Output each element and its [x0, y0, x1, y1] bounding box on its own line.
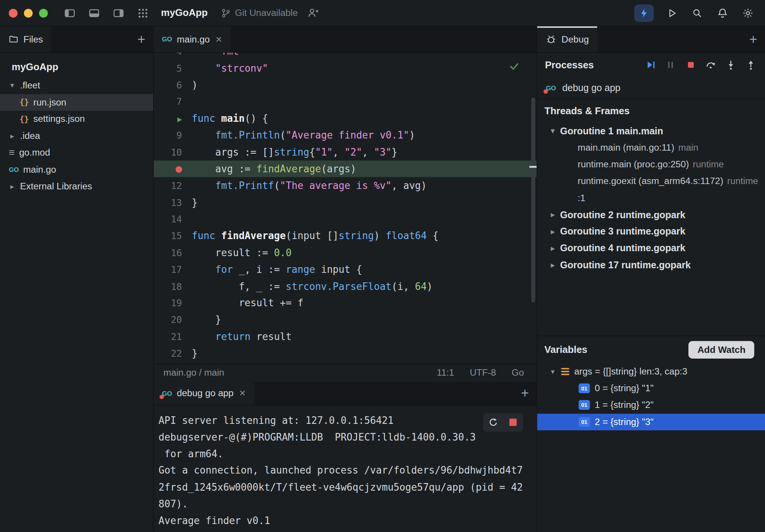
variable-item[interactable]: ▾args = {[]string} len:3, cap:3: [537, 363, 765, 380]
workspaces-button[interactable]: [135, 6, 150, 20]
file-tree-item-go-mod[interactable]: ≡go.mod: [0, 145, 153, 161]
code-line-22[interactable]: 22}: [154, 345, 537, 362]
process-item[interactable]: GO debug go app: [537, 77, 765, 99]
code-line-11[interactable]: ● avg := findAverage(args): [154, 161, 537, 177]
stack-frame-item[interactable]: :1: [537, 190, 765, 206]
gutter[interactable]: 22: [154, 348, 192, 359]
gutter[interactable]: 6: [154, 80, 192, 90]
stop-debug-button[interactable]: [685, 58, 697, 71]
gutter[interactable]: 7: [154, 96, 192, 107]
stack-frame-item[interactable]: runtime.goexit (asm_arm64.s:1172)runtime: [537, 173, 765, 189]
git-status[interactable]: Git Unavailable: [220, 8, 298, 18]
search-button[interactable]: [690, 6, 705, 20]
add-console-tab-button[interactable]: +: [513, 386, 537, 400]
resume-button[interactable]: [644, 58, 657, 71]
zoom-window-button[interactable]: [39, 9, 48, 17]
add-debug-tab-button[interactable]: +: [741, 33, 765, 46]
gutter[interactable]: ●: [154, 164, 192, 174]
variable-item[interactable]: 012 = {string} "3": [537, 414, 765, 430]
code-line-19[interactable]: 19 result += f: [154, 294, 537, 311]
file-tree-item-settings-json[interactable]: {}settings.json: [0, 111, 153, 127]
toggle-right-panel-button[interactable]: [111, 6, 126, 20]
gutter[interactable]: 14: [154, 214, 192, 224]
stack-frame-item[interactable]: main.main (main.go:11)main: [537, 139, 765, 156]
step-into-button[interactable]: [724, 58, 737, 71]
gutter[interactable]: 12: [154, 180, 192, 191]
code-line-4[interactable]: 4 "fmt": [154, 53, 537, 60]
gutter[interactable]: 19: [154, 297, 192, 308]
code-line-12[interactable]: 12 fmt.Printf("The average is %v", avg): [154, 177, 537, 194]
variable-item[interactable]: 010 = {string} "1": [537, 380, 765, 397]
close-console-tab-icon[interactable]: ×: [239, 388, 246, 398]
toggle-left-panel-button[interactable]: [63, 6, 77, 20]
code-line-18[interactable]: 18 f, _ := strconv.ParseFloat(i, 64): [154, 278, 537, 294]
project-title[interactable]: myGoApp: [161, 7, 208, 19]
goroutine-item[interactable]: ▸Goroutine 3 runtime.gopark: [537, 223, 765, 240]
toggle-bottom-panel-button[interactable]: [87, 6, 102, 20]
code-line-9[interactable]: 9 fmt.Println("Average finder v0.1"): [154, 127, 537, 143]
inspections-ok-icon[interactable]: [508, 60, 520, 72]
file-language[interactable]: Go: [512, 367, 524, 378]
close-window-button[interactable]: [9, 9, 17, 17]
goroutine-item[interactable]: ▸Goroutine 2 runtime.gopark: [537, 206, 765, 223]
minimize-window-button[interactable]: [24, 9, 33, 17]
code-line-17[interactable]: 17 for _, i := range input {: [154, 261, 537, 278]
file-tree-item-External-Libraries[interactable]: ▸External Libraries: [0, 178, 153, 195]
code-line-7[interactable]: 7: [154, 93, 537, 110]
stack-frame-item[interactable]: runtime.main (proc.go:250)runtime: [537, 156, 765, 173]
gutter[interactable]: 18: [154, 281, 192, 291]
goroutine-item[interactable]: ▾Goroutine 1 main.main: [537, 123, 765, 139]
breadcrumb[interactable]: main.go / main: [164, 367, 421, 378]
code-line-21[interactable]: 21 return result: [154, 328, 537, 345]
gutter[interactable]: 17: [154, 264, 192, 275]
pause-button[interactable]: [664, 58, 677, 71]
close-tab-icon[interactable]: ×: [216, 34, 222, 44]
stop-button[interactable]: [503, 413, 523, 431]
code-line-5[interactable]: 5 "strconv": [154, 60, 537, 76]
rerun-button[interactable]: [483, 413, 503, 431]
gutter[interactable]: 9: [154, 130, 192, 140]
add-watch-button[interactable]: Add Watch: [689, 341, 754, 358]
gutter[interactable]: 15: [154, 230, 192, 241]
notifications-button[interactable]: [715, 6, 730, 20]
code-line-16[interactable]: 16 result := 0.0: [154, 244, 537, 261]
tab-debug[interactable]: Debug: [537, 26, 597, 52]
breakpoint-icon[interactable]: ●: [176, 162, 182, 175]
goroutine-item[interactable]: ▸Goroutine 17 runtime.gopark: [537, 257, 765, 273]
variable-item[interactable]: 011 = {string} "2": [537, 397, 765, 414]
gutter[interactable]: 20: [154, 315, 192, 325]
caret-position[interactable]: 11:1: [437, 367, 454, 378]
code-line-10[interactable]: 10 args := []string{"1", "2", "3"}: [154, 143, 537, 160]
code-line-20[interactable]: 20 }: [154, 312, 537, 328]
tab-files[interactable]: Files: [0, 26, 51, 52]
debug-actions-button[interactable]: [634, 4, 653, 22]
editor-scrollbar[interactable]: [531, 98, 535, 302]
file-tree-item--idea[interactable]: ▸.idea: [0, 127, 153, 144]
collaborate-button[interactable]: [305, 6, 320, 20]
code-line-13[interactable]: 13}: [154, 194, 537, 211]
project-root-item[interactable]: myGoApp: [0, 57, 153, 77]
code-line-8[interactable]: ▶func main() {: [154, 110, 537, 127]
file-tree-item-run-json[interactable]: {}run.json: [0, 94, 153, 111]
file-encoding[interactable]: UTF-8: [470, 367, 496, 378]
file-tree-item--fleet[interactable]: ▾.fleet: [0, 77, 153, 94]
gutter[interactable]: ▶: [154, 113, 192, 124]
tab-debug-console[interactable]: GO debug go app ×: [154, 382, 254, 405]
tab-main-go[interactable]: GO main.go ×: [154, 26, 230, 52]
gutter[interactable]: 13: [154, 197, 192, 208]
step-over-button[interactable]: [705, 58, 717, 71]
code-line-14[interactable]: 14: [154, 211, 537, 227]
code-editor[interactable]: 4 "fmt"5 "strconv"6)7▶func main() {9 fmt…: [154, 53, 537, 363]
code-line-6[interactable]: 6): [154, 77, 537, 93]
gutter[interactable]: 4: [154, 53, 192, 57]
gutter[interactable]: 16: [154, 247, 192, 258]
goroutine-item[interactable]: ▸Goroutine 4 runtime.gopark: [537, 240, 765, 257]
settings-button[interactable]: [741, 6, 756, 20]
file-tree-item-main-go[interactable]: GOmain.go: [0, 161, 153, 178]
step-out-button[interactable]: [745, 58, 757, 71]
code-line-15[interactable]: 15func findAverage(input []string) float…: [154, 228, 537, 244]
gutter[interactable]: 21: [154, 331, 192, 342]
run-button[interactable]: [664, 6, 679, 20]
gutter[interactable]: 10: [154, 146, 192, 157]
add-file-button[interactable]: +: [130, 33, 153, 46]
